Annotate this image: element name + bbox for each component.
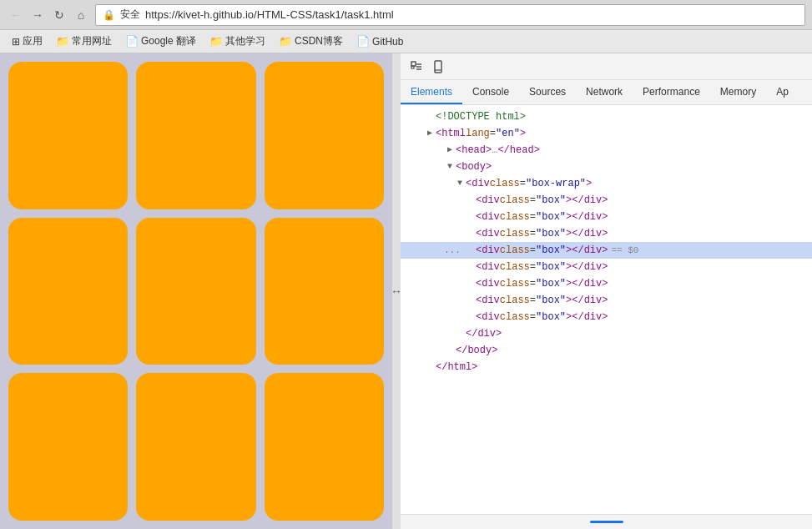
attr-class: class (500, 293, 530, 308)
tab-network[interactable]: Network (576, 80, 633, 104)
triangle-leaf (427, 109, 436, 124)
box-4 (8, 218, 128, 365)
code-div-box3[interactable]: <div class="box"></div> (401, 225, 812, 242)
div-close-tag: ></div> (566, 193, 608, 208)
svg-rect-2 (435, 61, 441, 73)
div-close-tag: </div> (466, 326, 502, 341)
equals: = (530, 209, 536, 224)
head-close: </head> (497, 143, 539, 158)
home-button[interactable]: ⌂ (72, 6, 90, 24)
navigation-bar: ← → ↻ ⌂ 🔒 安全 https://kivet-h.github.io/H… (0, 0, 812, 30)
bookmark-csdn[interactable]: 📁 CSDN博客 (274, 33, 348, 50)
tab-sources[interactable]: Sources (519, 80, 576, 104)
box-9 (265, 373, 384, 521)
attr-class: class (490, 176, 520, 191)
inspector-button[interactable] (407, 58, 426, 76)
tab-indicator (590, 521, 623, 523)
html-close-tag: </html> (436, 360, 477, 375)
div-tag-close: > (586, 176, 592, 191)
html-tag-close: > (520, 126, 526, 141)
triangle-open[interactable] (447, 159, 456, 174)
triangle-leaf (457, 326, 466, 341)
triangle-leaf (467, 193, 476, 208)
nav-buttons: ← → ↻ ⌂ (7, 6, 90, 24)
code-doctype[interactable]: <!DOCTYPE html> (401, 108, 812, 125)
panel-resizer[interactable]: ↔ (392, 53, 401, 529)
svg-rect-1 (411, 66, 414, 68)
code-div-close[interactable]: </div> (401, 325, 812, 342)
attr-class: class (500, 310, 530, 325)
forward-button[interactable]: → (28, 6, 47, 24)
attr-val: "box" (536, 259, 566, 275)
tab-performance[interactable]: Performance (633, 80, 710, 104)
apps-icon: ⊞ (12, 36, 20, 48)
triangle-leaf (467, 310, 476, 325)
div-close-tag: ></div> (566, 259, 608, 275)
div-box-tag: <div (476, 209, 500, 224)
lock-icon: 🔒 (103, 9, 115, 21)
triangle-leaf (467, 209, 476, 224)
equals: = (520, 176, 526, 191)
code-body[interactable]: <body> (401, 159, 812, 175)
code-div-box7[interactable]: <div class="box"></div> (401, 292, 812, 309)
equals: = (530, 193, 536, 208)
triangle-leaf (467, 293, 476, 308)
box-8 (136, 373, 255, 521)
attr-val: "box" (536, 209, 566, 224)
mobile-button[interactable] (429, 58, 447, 76)
head-tag: <head> (456, 143, 492, 158)
devtools-panel: Elements Console Sources Network Perform… (401, 53, 812, 529)
code-div-box1[interactable]: <div class="box"></div> (401, 192, 812, 209)
attr-val: "box" (536, 243, 566, 258)
code-body-close[interactable]: </body> (401, 342, 812, 359)
back-button[interactable]: ← (7, 6, 25, 24)
triangle-closed[interactable] (427, 126, 436, 141)
attr-class: class (500, 276, 530, 291)
box-1 (8, 62, 128, 209)
bookmark-github[interactable]: 📄 GitHub (351, 33, 408, 49)
code-div-box2[interactable]: <div class="box"></div> (401, 209, 812, 225)
body-tag: <body> (456, 159, 492, 174)
div-close-tag: ></div> (566, 276, 608, 291)
bookmark-common[interactable]: 📁 常用网址 (51, 33, 117, 50)
code-div-box6[interactable]: <div class="box"></div> (401, 275, 812, 292)
main-area: ↔ (0, 53, 812, 529)
code-html[interactable]: <html lang="en"> (401, 125, 812, 142)
refresh-button[interactable]: ↻ (50, 6, 68, 24)
page-icon: 📄 (125, 35, 139, 48)
code-div-box4-selected[interactable]: ... <div class="box"></div> == $0 (401, 242, 812, 259)
devtools-code-tree: <!DOCTYPE html> <html lang="en"> <head>…… (401, 105, 812, 514)
equals: = (530, 276, 536, 291)
head-ellipsis: … (492, 143, 497, 158)
dom-ref: == $0 (611, 243, 638, 258)
code-div-box8[interactable]: <div class="box"></div> (401, 309, 812, 325)
triangle-leaf (447, 343, 456, 358)
triangle-closed[interactable] (447, 143, 456, 158)
bookmark-translate[interactable]: 📄 Google 翻译 (120, 33, 201, 50)
tab-application[interactable]: Ap (766, 80, 799, 104)
triangle-open[interactable] (457, 176, 466, 191)
code-html-close[interactable]: </html> (401, 359, 812, 375)
triangle-leaf (467, 243, 476, 258)
code-div-box5[interactable]: <div class="box"></div> (401, 259, 812, 275)
page-content (0, 53, 392, 529)
equals: = (530, 226, 536, 241)
tab-console[interactable]: Console (462, 80, 519, 104)
body-close-tag: </body> (456, 343, 497, 358)
code-head[interactable]: <head>…</head> (401, 142, 812, 159)
browser-window: ← → ↻ ⌂ 🔒 安全 https://kivet-h.github.io/H… (0, 0, 812, 529)
attr-class: class (500, 243, 530, 258)
box-5 (136, 218, 255, 365)
attr-val: "box" (536, 293, 566, 308)
bookmark-apps[interactable]: ⊞ 应用 (7, 33, 48, 50)
bookmark-learning[interactable]: 📁 其他学习 (204, 33, 270, 50)
page-icon: 📄 (356, 35, 370, 48)
bookmark-label: 其他学习 (225, 34, 265, 48)
attr-lang-val: "en" (496, 126, 520, 141)
address-bar[interactable]: 🔒 安全 https://kivet-h.github.io/HTML-CSS/… (95, 4, 805, 26)
div-close-tag: ></div> (566, 226, 608, 241)
tab-elements[interactable]: Elements (401, 80, 462, 104)
tab-memory[interactable]: Memory (710, 80, 766, 104)
attr-val: "box" (536, 226, 566, 241)
code-div-boxwrap[interactable]: <div class="box-wrap"> (401, 175, 812, 192)
